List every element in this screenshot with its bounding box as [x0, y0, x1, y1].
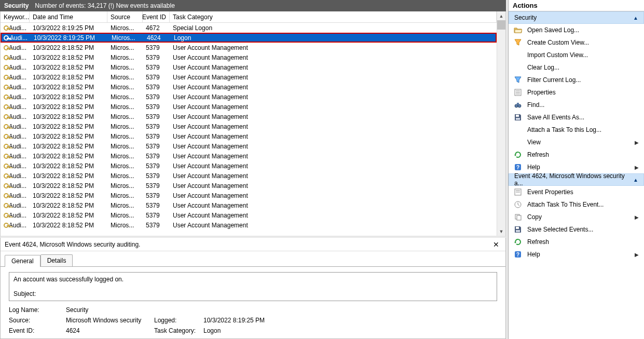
scroll-thumb[interactable]: [497, 20, 505, 30]
action-refresh[interactable]: Refresh: [509, 148, 644, 161]
svg-rect-8: [516, 118, 520, 120]
col-source[interactable]: Source: [107, 11, 143, 22]
kw-text: Audi...: [9, 113, 26, 120]
kw-text: Audi...: [9, 74, 26, 81]
key-icon: [4, 64, 8, 71]
cell-taskcategory: User Account Management: [170, 103, 497, 111]
action-open-saved-log[interactable]: Open Saved Log...: [509, 24, 644, 36]
event-row[interactable]: Audi...10/3/2022 8:18:52 PMMicros...5379…: [1, 210, 497, 220]
key-icon: [4, 103, 8, 111]
log-summary: Number of events: 34,217 (!) New events …: [35, 2, 174, 9]
event-row[interactable]: Audi...10/3/2022 8:18:52 PMMicros...5379…: [1, 102, 497, 112]
action-attach-task-event[interactable]: Attach Task To This Event...: [509, 198, 644, 211]
action-properties[interactable]: Properties: [509, 86, 644, 99]
logged-label: Logged:: [154, 317, 203, 324]
cell-eventid: 5379: [143, 212, 170, 219]
event-row[interactable]: Audi...10/3/2022 8:18:52 PMMicros...5379…: [1, 141, 497, 151]
col-eventid[interactable]: Event ID: [143, 11, 170, 22]
action-attach-task-log[interactable]: Attach a Task To this Log...: [509, 124, 644, 136]
refresh-icon: [514, 151, 522, 159]
actions-group-security[interactable]: Security ▲: [509, 11, 644, 24]
cell-datetime: 10/3/2022 8:18:52 PM: [30, 44, 107, 51]
event-row[interactable]: Audi...10/3/2022 8:18:52 PMMicros...5379…: [1, 112, 497, 121]
action-view[interactable]: View▶: [509, 136, 644, 148]
event-row[interactable]: Audi...10/3/2022 8:18:52 PMMicros...5379…: [1, 131, 497, 141]
event-row[interactable]: Audi...10/3/2022 8:18:52 PMMicros...5379…: [1, 92, 497, 102]
cell-eventid: 5379: [143, 162, 170, 170]
svg-rect-16: [517, 215, 521, 220]
tab-general[interactable]: General: [5, 255, 40, 267]
svg-text:?: ?: [516, 252, 519, 257]
vertical-scrollbar[interactable]: ▲ ▼: [497, 11, 505, 236]
key-icon: [4, 84, 8, 91]
cell-source: Micros...: [107, 202, 143, 209]
cell-datetime: 10/3/2022 8:18:52 PM: [30, 64, 107, 71]
kw-text: Audi...: [9, 162, 26, 170]
scroll-down-arrow-icon[interactable]: ▼: [497, 227, 505, 236]
cell-datetime: 10/3/2022 8:18:52 PM: [30, 162, 107, 170]
event-properties: Log Name: Security Source: Microsoft Win…: [9, 306, 497, 334]
kw-text: Audi...: [9, 153, 26, 160]
event-row[interactable]: Audi...10/3/2022 8:18:52 PMMicros...5379…: [1, 43, 497, 52]
event-row[interactable]: Audi...10/3/2022 8:18:52 PMMicros...5379…: [1, 161, 497, 171]
event-row[interactable]: Audi...10/3/2022 8:18:52 PMMicros...5379…: [1, 121, 497, 131]
event-row[interactable]: Audi...10/3/2022 8:19:25 PMMicros...4672…: [1, 23, 497, 33]
kw-text: Audi...: [9, 182, 26, 189]
event-row[interactable]: Audi...10/3/2022 8:18:52 PMMicros...5379…: [1, 220, 497, 230]
kw-text: Audi...: [10, 34, 28, 42]
event-row[interactable]: Audi...10/3/2022 8:18:52 PMMicros...5379…: [1, 82, 497, 92]
cell-datetime: 10/3/2022 8:18:52 PM: [30, 212, 107, 219]
col-datetime[interactable]: Date and Time: [30, 11, 107, 22]
log-header-bar: Security Number of events: 34,217 (!) Ne…: [0, 0, 506, 11]
log-name-label: Log Name:: [9, 306, 66, 314]
action-clear-log[interactable]: Clear Log...: [509, 61, 644, 74]
cell-eventid: 5379: [143, 54, 170, 61]
cell-source: Micros...: [107, 162, 143, 170]
event-row[interactable]: Audi...10/3/2022 8:18:52 PMMicros...5379…: [1, 151, 497, 161]
cell-datetime: 10/3/2022 8:18:52 PM: [30, 74, 107, 81]
cell-eventid: 5379: [143, 84, 170, 91]
close-icon[interactable]: ✕: [491, 240, 501, 249]
event-row[interactable]: Audi...10/3/2022 8:18:52 PMMicros...5379…: [1, 171, 497, 181]
cell-taskcategory: User Account Management: [170, 123, 497, 130]
actions-group-event[interactable]: Event 4624, Microsoft Windows security a…: [509, 173, 644, 186]
event-row[interactable]: Audi...10/3/2022 8:18:52 PMMicros...5379…: [1, 62, 497, 72]
cell-datetime: 10/3/2022 8:18:52 PM: [30, 133, 107, 140]
col-taskcategory[interactable]: Task Category: [170, 11, 497, 22]
event-row[interactable]: Audi...10/3/2022 8:18:52 PMMicros...5379…: [1, 191, 497, 200]
action-save-selected[interactable]: Save Selected Events...: [509, 223, 644, 236]
action-help[interactable]: ?Help▶: [509, 161, 644, 173]
event-row[interactable]: Audi...10/3/2022 8:18:52 PMMicros...5379…: [1, 52, 497, 62]
cell-eventid: 5379: [143, 192, 170, 199]
source-value: Microsoft Windows security: [66, 317, 154, 324]
cell-taskcategory: User Account Management: [170, 172, 497, 180]
key-icon: [4, 192, 8, 199]
cell-eventid: 5379: [143, 202, 170, 209]
action-refresh-event[interactable]: Refresh: [509, 236, 644, 248]
kw-text: Audi...: [9, 103, 26, 111]
action-help-event[interactable]: ?Help▶: [509, 248, 644, 261]
cell-source: Micros...: [108, 34, 144, 42]
action-find[interactable]: Find...: [509, 99, 644, 111]
cell-datetime: 10/3/2022 8:18:52 PM: [30, 93, 107, 101]
action-event-properties[interactable]: Event Properties: [509, 186, 644, 198]
event-row[interactable]: Audi...10/3/2022 8:19:25 PMMicros...4624…: [1, 33, 497, 43]
tab-details[interactable]: Details: [40, 254, 73, 266]
key-icon: [4, 153, 8, 160]
key-icon: [4, 123, 8, 130]
submenu-arrow-icon: ▶: [635, 165, 639, 170]
action-copy[interactable]: Copy▶: [509, 211, 644, 223]
col-keywords[interactable]: Keywor...: [1, 11, 30, 22]
cell-datetime: 10/3/2022 8:18:52 PM: [30, 113, 107, 120]
event-row[interactable]: Audi...10/3/2022 8:18:52 PMMicros...5379…: [1, 72, 497, 82]
action-import-custom-view[interactable]: Import Custom View...: [509, 49, 644, 61]
action-create-custom-view[interactable]: Create Custom View...: [509, 36, 644, 49]
action-filter-current-log[interactable]: Filter Current Log...: [509, 74, 644, 86]
scroll-up-arrow-icon[interactable]: ▲: [497, 11, 505, 20]
cell-source: Micros...: [107, 113, 143, 120]
action-save-all-events[interactable]: Save All Events As...: [509, 111, 644, 124]
eventid-label: Event ID:: [9, 327, 66, 334]
key-icon: [4, 93, 8, 101]
event-row[interactable]: Audi...10/3/2022 8:18:52 PMMicros...5379…: [1, 181, 497, 191]
event-row[interactable]: Audi...10/3/2022 8:18:52 PMMicros...5379…: [1, 200, 497, 210]
